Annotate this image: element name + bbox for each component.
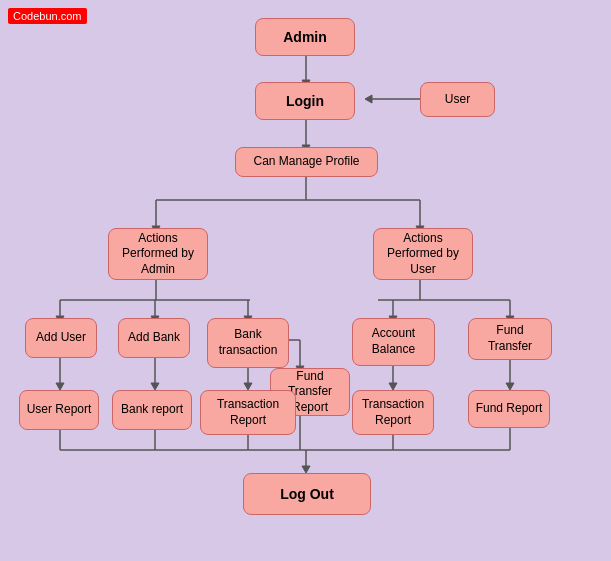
svg-marker-3 [365, 95, 372, 103]
bank-report-node: Bank report [112, 390, 192, 430]
logout-node: Log Out [243, 473, 371, 515]
transaction-report-2-node: Transaction Report [352, 390, 434, 435]
svg-marker-36 [389, 383, 397, 390]
actions-user-node: Actions Performed by User [373, 228, 473, 280]
user-report-node: User Report [19, 390, 99, 430]
admin-node: Admin [255, 18, 355, 56]
user-node: User [420, 82, 495, 117]
actions-admin-node: Actions Performed by Admin [108, 228, 208, 280]
diagram: Codebun.com [0, 0, 611, 561]
svg-marker-21 [56, 383, 64, 390]
brand-label: Codebun.com [8, 8, 87, 24]
login-node: Login [255, 82, 355, 120]
svg-marker-47 [302, 466, 310, 473]
svg-marker-23 [151, 383, 159, 390]
add-user-node: Add User [25, 318, 97, 358]
svg-marker-25 [244, 383, 252, 390]
fund-report-node: Fund Report [468, 390, 550, 428]
bank-transaction-node: Bank transaction [207, 318, 289, 368]
fund-transfer-node: Fund Transfer [468, 318, 552, 360]
account-balance-node: Account Balance [352, 318, 435, 366]
transaction-report-1-node: Transaction Report [200, 390, 296, 435]
svg-marker-38 [506, 383, 514, 390]
can-manage-node: Can Manage Profile [235, 147, 378, 177]
add-bank-node: Add Bank [118, 318, 190, 358]
